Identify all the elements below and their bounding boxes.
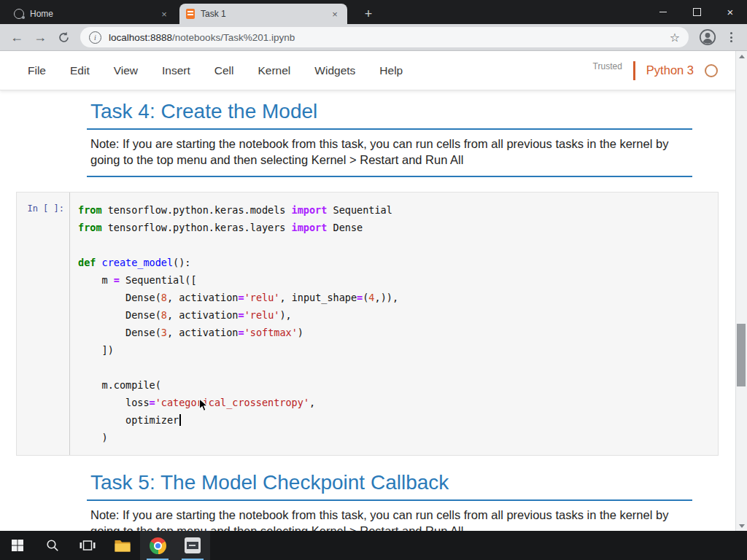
tab-close-icon[interactable]: × (158, 8, 170, 20)
code-line[interactable]: from tensorflow.python.keras.layers impo… (78, 219, 712, 236)
code-line[interactable] (78, 359, 712, 376)
kernel-indicator-area: Trusted Python 3 (593, 51, 718, 90)
code-cell[interactable]: In [ ]: from tensorflow.python.keras.mod… (16, 192, 719, 456)
browser-titlebar: Home × Task 1 × + × (0, 0, 747, 24)
url-host: localhost:8888 (109, 32, 172, 43)
windows-logo-icon (12, 540, 23, 551)
section-heading: Task 4: Create the Model (90, 100, 692, 123)
cell-prompt: In [ ]: (17, 192, 70, 455)
tab-task1[interactable]: Task 1 × (179, 4, 347, 24)
code-line[interactable]: Dense(8, activation='relu', input_shape=… (78, 289, 712, 306)
menu-item-file[interactable]: File (28, 64, 46, 77)
kernel-divider (633, 61, 635, 80)
scroll-up-icon[interactable] (736, 51, 747, 61)
jupyter-menubar: FileEditViewInsertCellKernelWidgetsHelp (28, 51, 403, 90)
task-view-icon (80, 539, 96, 552)
page-scrollbar[interactable] (735, 51, 747, 531)
section-heading: Task 5: The Model Checkpoint Callback (90, 471, 692, 494)
start-button[interactable] (0, 531, 35, 560)
code-line[interactable]: Dense(3, activation='softmax') (78, 324, 712, 341)
site-info-icon[interactable] (89, 31, 101, 44)
menu-item-edit[interactable]: Edit (70, 64, 90, 77)
scroll-down-icon[interactable] (736, 521, 747, 531)
menu-item-help[interactable]: Help (379, 64, 403, 77)
tab-title: Task 1 (201, 9, 329, 19)
markdown-cell-task4[interactable]: Task 4: Create the Model Note: If you ar… (0, 100, 735, 177)
heading-rule (87, 128, 692, 130)
browser-menu-button[interactable] (724, 31, 738, 44)
chrome-taskbar-button[interactable] (140, 531, 175, 560)
menu-item-view[interactable]: View (114, 64, 138, 77)
maximize-icon (693, 8, 701, 16)
code-line[interactable]: def create_model(): (78, 254, 712, 271)
windows-taskbar (0, 531, 747, 560)
menu-item-insert[interactable]: Insert (162, 64, 190, 77)
notebook-favicon-icon (186, 9, 195, 19)
back-button[interactable]: ← (6, 26, 28, 48)
code-line[interactable] (78, 236, 712, 254)
chrome-icon (150, 537, 166, 554)
app-taskbar-button[interactable] (175, 531, 210, 560)
minimize-icon (659, 12, 667, 12)
code-line[interactable]: m = Sequential([ (78, 271, 712, 289)
code-line[interactable]: optimizer (78, 411, 712, 429)
browser-toolbar: ← → localhost:8888/notebooks/Task%201.ip… (0, 24, 747, 51)
window-minimize-button[interactable] (646, 0, 680, 24)
search-button[interactable] (35, 531, 70, 560)
window-maximize-button[interactable] (680, 0, 713, 24)
markdown-cell-task5[interactable]: Task 5: The Model Checkpoint Callback No… (0, 471, 735, 531)
code-line[interactable]: ) (78, 429, 712, 446)
window-controls: × (646, 0, 747, 24)
trusted-badge: Trusted (593, 61, 622, 71)
text-cursor (179, 414, 181, 426)
url-text: localhost:8888/notebooks/Task%201.ipynb (109, 32, 664, 43)
profile-button[interactable] (699, 28, 716, 46)
jupyter-header: FileEditViewInsertCellKernelWidgetsHelp … (0, 51, 747, 90)
bookmark-star-icon[interactable]: ☆ (670, 31, 680, 44)
code-line[interactable]: from tensorflow.python.keras.models impo… (78, 201, 712, 219)
menu-item-kernel[interactable]: Kernel (258, 64, 291, 77)
address-bar[interactable]: localhost:8888/notebooks/Task%201.ipynb … (80, 27, 689, 47)
profile-avatar-icon (699, 28, 716, 46)
menu-item-widgets[interactable]: Widgets (314, 64, 355, 77)
heading-rule (87, 499, 692, 501)
file-explorer-button[interactable] (105, 531, 140, 560)
kernel-name: Python 3 (646, 63, 694, 77)
url-path: /notebooks/Task%201.ipynb (172, 32, 295, 43)
tab-close-icon[interactable]: × (329, 8, 341, 20)
notebook-page: Task 4: Create the Model Note: If you ar… (0, 90, 735, 531)
refresh-icon (58, 31, 70, 44)
tab-title: Home (30, 9, 158, 19)
code-line[interactable]: loss='categorical_crossentropy', (78, 394, 712, 411)
file-explorer-icon (114, 537, 131, 553)
scrollbar-thumb[interactable] (737, 324, 746, 386)
app-window-icon (185, 537, 201, 553)
code-line[interactable]: Dense(8, activation='relu'), (78, 306, 712, 324)
code-line[interactable]: ]) (78, 341, 712, 359)
forward-button[interactable]: → (29, 26, 51, 48)
code-line[interactable]: m.compile( (78, 376, 712, 394)
window-close-button[interactable]: × (713, 0, 747, 24)
task-view-button[interactable] (70, 531, 105, 560)
menu-item-cell[interactable]: Cell (214, 64, 234, 77)
section-note: Note: If you are starting the notebook f… (90, 508, 697, 531)
jupyter-home-favicon-icon (14, 9, 24, 19)
kernel-idle-icon (705, 64, 718, 77)
code-area[interactable]: from tensorflow.python.keras.models impo… (70, 192, 718, 455)
refresh-button[interactable] (53, 26, 74, 48)
new-tab-button[interactable]: + (359, 4, 378, 23)
search-icon (46, 539, 59, 552)
section-rule (87, 176, 692, 177)
section-note: Note: If you are starting the notebook f… (90, 136, 697, 168)
tab-home[interactable]: Home × (7, 4, 177, 24)
